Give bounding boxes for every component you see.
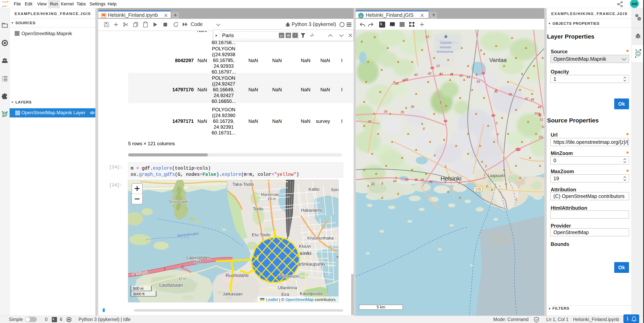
svg-text:43: 43 (371, 183, 374, 186)
svg-text:45: 45 (405, 178, 408, 182)
svg-text:5: 5 (496, 121, 498, 125)
svg-text:43: 43 (476, 80, 480, 83)
svg-text:36: 36 (410, 105, 414, 108)
svg-text:32 m: 32 m (178, 277, 186, 281)
svg-text:53: 53 (539, 135, 542, 139)
svg-text:50a: 50a (534, 112, 540, 115)
svg-text:Vantaa: Vantaa (489, 57, 507, 63)
svg-text:46: 46 (429, 180, 432, 184)
svg-text:46: 46 (508, 93, 512, 96)
svg-text:10: 10 (436, 64, 440, 68)
svg-text:1: 1 (516, 198, 518, 201)
svg-text:Kaivopuisto: Kaivopuisto (300, 291, 322, 296)
svg-text:Taka-Toolo: Taka-Toolo (232, 182, 254, 187)
svg-text:Hakaniemi: Hakaniemi (301, 208, 322, 213)
svg-text:98: 98 (404, 78, 408, 81)
svg-text:sinki: sinki (300, 251, 312, 256)
svg-text:artinkaupunki: artinkaupunki (298, 262, 325, 267)
svg-text:lentoasema: lentoasema (437, 50, 453, 53)
svg-text:4: 4 (434, 154, 436, 157)
svg-text:51: 51 (540, 118, 543, 121)
svg-text:10: 10 (425, 35, 429, 38)
svg-text:3: 3 (444, 165, 446, 168)
svg-text:Vantaan: Vantaan (439, 45, 451, 49)
svg-text:9: 9 (480, 49, 482, 52)
svg-text:Etu-Toolo: Etu-Toolo (252, 232, 270, 237)
svg-text:Kallio: Kallio (308, 187, 320, 192)
svg-text:Helsinki-: Helsinki- (440, 41, 452, 44)
svg-text:44: 44 (393, 179, 396, 183)
svg-text:4: 4 (497, 133, 499, 136)
svg-text:41: 41 (450, 73, 453, 76)
svg-text:Ullanlinna: Ullanlinna (278, 285, 297, 290)
svg-text:3000 ft: 3000 ft (133, 292, 145, 296)
svg-text:45: 45 (420, 178, 424, 182)
svg-text:Laajasalo: Laajasalo (488, 173, 505, 178)
svg-text:Eira: Eira (281, 292, 289, 297)
svg-text:42: 42 (459, 74, 463, 77)
svg-text:Lauttasaari: Lauttasaari (159, 282, 183, 288)
svg-text:43: 43 (466, 75, 470, 79)
svg-text:48: 48 (530, 98, 534, 101)
svg-text:Kluuvi: Kluuvi (299, 244, 311, 249)
svg-text:41: 41 (440, 72, 443, 76)
svg-text:7: 7 (440, 101, 442, 104)
svg-text:47: 47 (525, 97, 529, 100)
svg-text:2: 2 (182, 265, 184, 268)
svg-text:35: 35 (400, 110, 404, 114)
svg-text:2: 2 (458, 181, 460, 185)
svg-text:49: 49 (538, 105, 541, 109)
svg-text:Ruoholahti: Ruoholahti (226, 273, 249, 278)
svg-text:K: K (336, 255, 338, 260)
svg-text:2: 2 (486, 185, 488, 188)
svg-text:Kruununhaka: Kruununhaka (308, 236, 334, 241)
svg-text:Seurasaari: Seurasaari (168, 199, 189, 204)
svg-text:Sorr: Sorr (331, 187, 338, 192)
svg-text:6: 6 (423, 127, 425, 130)
svg-text:34: 34 (368, 120, 371, 123)
svg-text:8: 8 (476, 73, 478, 76)
svg-text:5 km: 5 km (376, 305, 385, 309)
svg-text:34: 34 (384, 110, 387, 113)
svg-text:18 m: 18 m (268, 197, 276, 201)
svg-text:52: 52 (542, 125, 544, 128)
svg-text:Jatkasaari: Jatkasaari (223, 292, 243, 297)
svg-text:45: 45 (494, 90, 498, 93)
svg-text:1: 1 (134, 273, 136, 276)
svg-text:3: 3 (485, 165, 487, 168)
svg-text:40: 40 (428, 72, 431, 75)
svg-text:40: 40 (414, 73, 418, 76)
svg-text:38: 38 (395, 82, 398, 85)
svg-text:500 m: 500 m (133, 287, 144, 291)
svg-text:Toolo: Toolo (253, 206, 264, 211)
svg-text:Helsinki: Helsinki (440, 175, 462, 182)
svg-text:5: 5 (381, 182, 383, 185)
svg-text:2: 2 (164, 267, 166, 271)
svg-text:1: 1 (484, 173, 486, 177)
svg-text:170: 170 (475, 188, 481, 191)
svg-text:Leaflet | © OpenStreetMap cont: Leaflet | © OpenStreetMap contributors (266, 298, 336, 302)
svg-text:silta: silta (194, 260, 202, 265)
svg-text:Punavuori: Punavuori (279, 274, 299, 279)
svg-text:Mantymaki: Mantymaki (261, 192, 279, 197)
